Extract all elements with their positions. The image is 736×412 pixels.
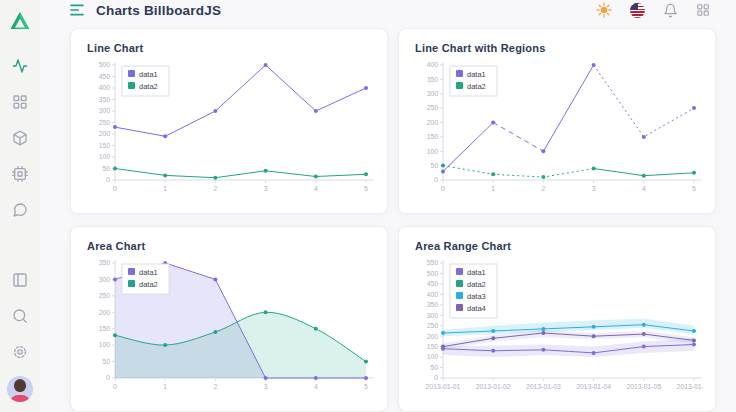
- svg-text:1: 1: [163, 185, 167, 192]
- svg-text:2013-01-04: 2013-01-04: [576, 383, 611, 390]
- svg-text:200: 200: [99, 309, 111, 316]
- svg-text:4: 4: [314, 383, 318, 390]
- svg-text:5: 5: [364, 185, 368, 192]
- svg-text:200: 200: [427, 333, 439, 340]
- settings-gear-icon: [12, 344, 28, 360]
- svg-text:400: 400: [427, 291, 439, 298]
- hamburger-menu-icon: [68, 2, 86, 18]
- sidebar-item-settings[interactable]: [6, 338, 34, 366]
- svg-text:3: 3: [592, 185, 596, 192]
- line-chart-with-regions[interactable]: 050100150200250300350400012345data1data2: [415, 58, 703, 198]
- svg-text:250: 250: [427, 104, 439, 111]
- card-line-chart-regions: Line Chart with Regions 0501001502002503…: [398, 28, 716, 214]
- sidebar-bottom: [6, 262, 34, 402]
- svg-text:1: 1: [163, 383, 167, 390]
- chat-bubble-icon: [12, 202, 28, 218]
- svg-text:data1: data1: [139, 268, 158, 277]
- activity-icon: [12, 58, 28, 74]
- charts-grid: Line Chart 05010015020025030035040045050…: [40, 20, 736, 412]
- svg-text:350: 350: [427, 76, 439, 83]
- svg-text:1: 1: [491, 185, 495, 192]
- svg-text:data2: data2: [467, 82, 486, 91]
- svg-text:350: 350: [99, 259, 111, 266]
- svg-text:data4: data4: [467, 304, 486, 313]
- apps-grid-icon: [696, 3, 710, 17]
- search-icon: [12, 308, 28, 324]
- svg-text:2013-01-03: 2013-01-03: [526, 383, 561, 390]
- notifications-button[interactable]: [661, 1, 679, 19]
- svg-text:data2: data2: [139, 82, 158, 91]
- chart-title: Line Chart: [87, 42, 371, 54]
- header-actions: [595, 1, 712, 19]
- sidebar-item-dashboard-activity[interactable]: [6, 52, 34, 80]
- language-selector-button[interactable]: [628, 1, 646, 19]
- sidebar-item-system[interactable]: [6, 160, 34, 188]
- svg-text:100: 100: [99, 153, 111, 160]
- sidebar-item-chat[interactable]: [6, 196, 34, 224]
- app-logo-triangle-icon: [8, 9, 32, 33]
- svg-text:150: 150: [427, 133, 439, 140]
- app-logo[interactable]: [7, 8, 33, 34]
- svg-text:0: 0: [434, 176, 438, 183]
- chart-title: Area Chart: [87, 240, 371, 252]
- theme-toggle-button[interactable]: [595, 1, 613, 19]
- svg-text:250: 250: [99, 119, 111, 126]
- main-area: Charts BillboardJS L: [40, 0, 736, 412]
- apps-menu-button[interactable]: [694, 1, 712, 19]
- svg-text:data1: data1: [139, 70, 158, 79]
- bell-icon: [663, 3, 678, 18]
- svg-text:300: 300: [99, 276, 111, 283]
- sidebar: [0, 0, 40, 412]
- package-box-icon: [12, 130, 28, 146]
- svg-text:data1: data1: [467, 268, 486, 277]
- cpu-icon: [12, 166, 28, 182]
- svg-text:data2: data2: [139, 280, 158, 289]
- svg-text:2: 2: [542, 185, 546, 192]
- card-area-range-chart: Area Range Chart 05010015020025030035040…: [398, 226, 716, 412]
- svg-text:150: 150: [99, 142, 111, 149]
- svg-text:250: 250: [427, 322, 439, 329]
- svg-text:5: 5: [364, 383, 368, 390]
- header: Charts BillboardJS: [40, 0, 736, 20]
- user-avatar[interactable]: [7, 376, 33, 402]
- svg-text:0: 0: [113, 383, 117, 390]
- area-chart[interactable]: 050100150200250300350012345data1data2: [87, 256, 375, 396]
- svg-text:0: 0: [434, 374, 438, 381]
- svg-text:3: 3: [264, 383, 268, 390]
- svg-text:data3: data3: [467, 292, 486, 301]
- svg-text:300: 300: [427, 90, 439, 97]
- sidebar-item-search[interactable]: [6, 302, 34, 330]
- svg-text:2: 2: [214, 185, 218, 192]
- svg-text:2013-01-05: 2013-01-05: [626, 383, 661, 390]
- svg-text:500: 500: [427, 270, 439, 277]
- menu-toggle-button[interactable]: [68, 2, 86, 18]
- svg-text:2013-01-02: 2013-01-02: [476, 383, 511, 390]
- svg-text:200: 200: [427, 119, 439, 126]
- svg-text:350: 350: [99, 96, 111, 103]
- svg-text:150: 150: [99, 325, 111, 332]
- svg-text:5: 5: [692, 185, 696, 192]
- card-area-chart: Area Chart 050100150200250300350012345da…: [70, 226, 388, 412]
- sidebar-item-widgets[interactable]: [6, 88, 34, 116]
- card-line-chart: Line Chart 05010015020025030035040045050…: [70, 28, 388, 214]
- svg-text:50: 50: [430, 162, 438, 169]
- chart-title: Area Range Chart: [415, 240, 699, 252]
- area-range-chart[interactable]: 0501001502002503003504004505005502013-01…: [415, 256, 703, 396]
- svg-text:250: 250: [99, 292, 111, 299]
- svg-text:100: 100: [99, 341, 111, 348]
- sun-icon: [596, 2, 612, 18]
- line-chart[interactable]: 050100150200250300350400450500012345data…: [87, 58, 375, 198]
- svg-text:4: 4: [642, 185, 646, 192]
- sidebar-item-components[interactable]: [6, 124, 34, 152]
- page-title: Charts BillboardJS: [96, 3, 221, 18]
- layout-sidebar-icon: [12, 272, 28, 288]
- svg-text:0: 0: [113, 185, 117, 192]
- sidebar-item-layout[interactable]: [6, 266, 34, 294]
- svg-text:300: 300: [99, 107, 111, 114]
- svg-text:2: 2: [214, 383, 218, 390]
- svg-text:350: 350: [427, 301, 439, 308]
- svg-text:50: 50: [102, 358, 110, 365]
- svg-text:150: 150: [427, 343, 439, 350]
- us-flag-icon: [630, 3, 645, 18]
- svg-text:400: 400: [99, 84, 111, 91]
